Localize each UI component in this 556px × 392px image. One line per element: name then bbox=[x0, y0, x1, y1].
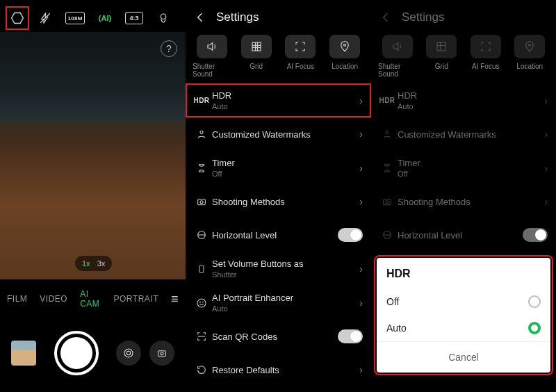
row-horizontal-level[interactable]: Horizontal Level bbox=[186, 218, 371, 252]
row-hdr[interactable]: HDR HDRAuto › bbox=[371, 83, 556, 117]
level-icon bbox=[191, 229, 212, 240]
row-shooting-methods[interactable]: Shooting Methods › bbox=[186, 185, 371, 218]
hdr-option-auto[interactable]: Auto bbox=[377, 315, 550, 341]
svg-point-2 bbox=[161, 14, 166, 19]
mode-portrait[interactable]: PORTRAIT bbox=[114, 294, 158, 304]
seg-ai-focus[interactable]: AI Focus bbox=[281, 35, 320, 78]
radio-selected-icon bbox=[528, 322, 541, 334]
seg-grid[interactable]: Grid bbox=[237, 35, 276, 78]
badge-ratio: 4:3 bbox=[129, 15, 138, 22]
row-shooting-methods[interactable]: Shooting Methods › bbox=[371, 185, 556, 218]
hdr-icon: HDR bbox=[191, 97, 212, 104]
row-hdr[interactable]: HDR HDRAuto › bbox=[186, 83, 371, 117]
svg-point-29 bbox=[386, 201, 389, 204]
resolution-108m-icon[interactable]: 108M bbox=[65, 12, 85, 24]
lens-button[interactable] bbox=[116, 341, 141, 366]
row-ai-portrait[interactable]: AI Portrait EnhancerAuto › bbox=[186, 286, 371, 320]
zoom-chip[interactable]: 1x 3x bbox=[75, 256, 112, 271]
settings-screen-with-sheet: Settings Shutter Sound Grid AI Focus Loc… bbox=[371, 0, 556, 392]
row-volume-buttons[interactable]: Set Volume Buttons asShutter › bbox=[186, 252, 371, 286]
row-watermarks[interactable]: Customized Watermarks › bbox=[186, 117, 371, 151]
gallery-thumbnail[interactable] bbox=[11, 341, 36, 366]
camera-bottom-bar bbox=[0, 331, 186, 375]
level-icon bbox=[377, 229, 398, 240]
camera-topbar: 108M (AI) 4:3 bbox=[0, 0, 186, 32]
chevron-right-icon: › bbox=[544, 163, 548, 174]
settings-icon[interactable] bbox=[10, 10, 25, 26]
settings-title: Settings bbox=[216, 10, 259, 24]
mode-film[interactable]: FILM bbox=[7, 294, 27, 304]
svg-point-4 bbox=[124, 349, 133, 357]
timer-icon bbox=[191, 163, 212, 174]
aspect-ratio-icon[interactable]: 4:3 bbox=[125, 12, 143, 24]
back-button[interactable] bbox=[378, 10, 393, 25]
chevron-right-icon: › bbox=[359, 364, 363, 375]
svg-point-26 bbox=[529, 44, 531, 46]
svg-point-3 bbox=[126, 351, 130, 354]
svg-rect-18 bbox=[199, 265, 204, 272]
seg-shutter-sound[interactable]: Shutter Sound bbox=[193, 35, 231, 78]
row-timer[interactable]: TimerOff › bbox=[371, 151, 556, 185]
flash-icon[interactable] bbox=[38, 10, 53, 26]
beauty-icon[interactable] bbox=[156, 10, 171, 26]
svg-point-27 bbox=[386, 131, 389, 133]
sheet-title: HDR bbox=[377, 265, 550, 288]
svg-point-20 bbox=[200, 302, 201, 302]
svg-point-19 bbox=[197, 299, 206, 307]
switch-camera-button[interactable] bbox=[149, 341, 174, 366]
mode-video[interactable]: VIDEO bbox=[40, 294, 67, 304]
chevron-right-icon: › bbox=[359, 196, 363, 207]
seg-shutter-sound[interactable]: Shutter Sound bbox=[378, 35, 417, 78]
seg-ai-focus[interactable]: AI Focus bbox=[466, 35, 505, 78]
zoom-3x[interactable]: 3x bbox=[97, 259, 106, 268]
svg-point-21 bbox=[203, 302, 204, 302]
svg-marker-0 bbox=[12, 13, 24, 24]
svg-rect-14 bbox=[198, 199, 206, 205]
seg-location[interactable]: Location bbox=[325, 35, 364, 78]
ai-icon[interactable]: (AI) bbox=[97, 10, 113, 26]
seg-grid[interactable]: Grid bbox=[423, 35, 461, 78]
toggle-qr[interactable] bbox=[338, 329, 363, 343]
chevron-right-icon: › bbox=[359, 263, 363, 275]
row-timer[interactable]: TimerOff › bbox=[186, 151, 371, 185]
hdr-options-sheet: HDR Off Auto Cancel bbox=[377, 258, 550, 373]
chevron-right-icon: › bbox=[544, 95, 548, 106]
toggle-horizontal-level[interactable] bbox=[338, 228, 363, 242]
settings-title: Settings bbox=[402, 10, 444, 24]
hdr-option-off[interactable]: Off bbox=[377, 288, 550, 315]
timer-icon bbox=[377, 163, 398, 174]
badge-ai: AI bbox=[101, 14, 109, 22]
seg-location[interactable]: Location bbox=[511, 35, 550, 78]
radio-unselected-icon bbox=[528, 295, 541, 308]
viewfinder[interactable] bbox=[0, 32, 186, 279]
qr-icon bbox=[191, 331, 212, 342]
camera-screen: 108M (AI) 4:3 ? 1x 3x FILM VIDEO AI CAM … bbox=[0, 0, 186, 392]
settings-header: Settings bbox=[186, 0, 371, 32]
person-icon bbox=[377, 129, 398, 140]
svg-point-6 bbox=[161, 352, 163, 355]
camera-icon bbox=[377, 196, 398, 207]
toggle-horizontal-level[interactable] bbox=[523, 228, 548, 242]
row-horizontal-level[interactable]: Horizontal Level bbox=[371, 218, 556, 252]
shutter-button[interactable] bbox=[54, 331, 99, 375]
svg-point-15 bbox=[200, 201, 203, 204]
quick-settings-row: Shutter Sound Grid AI Focus Location bbox=[186, 32, 371, 78]
chevron-right-icon: › bbox=[359, 297, 363, 309]
restore-icon bbox=[191, 364, 212, 375]
back-button[interactable] bbox=[193, 10, 208, 25]
help-button[interactable]: ? bbox=[161, 40, 177, 57]
mode-more-icon[interactable]: ≡ bbox=[171, 292, 179, 307]
person-icon bbox=[191, 129, 212, 140]
chevron-right-icon: › bbox=[544, 129, 548, 140]
chevron-right-icon: › bbox=[359, 95, 363, 106]
row-scan-qr[interactable]: Scan QR Codes bbox=[186, 320, 371, 353]
zoom-1x[interactable]: 1x bbox=[82, 259, 90, 268]
row-watermarks[interactable]: Customized Watermarks › bbox=[371, 117, 556, 151]
row-restore-defaults[interactable]: Restore Defaults › bbox=[186, 353, 371, 386]
badge-108m: 108M bbox=[67, 15, 82, 22]
mode-aicam[interactable]: AI CAM bbox=[80, 289, 101, 309]
svg-rect-7 bbox=[252, 42, 261, 51]
svg-rect-23 bbox=[437, 42, 445, 51]
hdr-icon: HDR bbox=[377, 97, 398, 104]
sheet-cancel-button[interactable]: Cancel bbox=[377, 341, 550, 373]
